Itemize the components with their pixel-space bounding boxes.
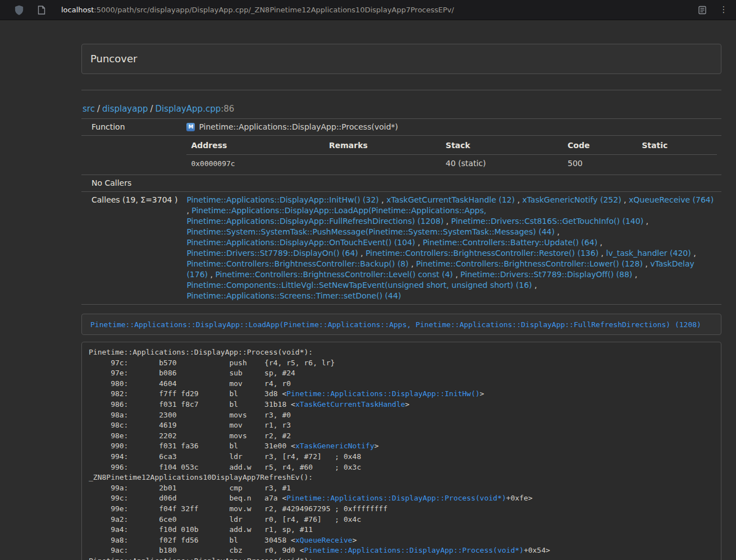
url-host: localhost <box>61 6 94 14</box>
code-text: > <box>374 442 379 450</box>
stats-header-remarks: Remarks <box>324 139 441 155</box>
function-icon: M <box>186 123 195 131</box>
code-symbol-link[interactable]: xQueueReceive <box>295 536 353 544</box>
code-text: 9a2: 6ce0 ldr r0, [r4, #76] ; 0x4c <box>89 515 361 524</box>
callee-separator: , <box>598 249 606 258</box>
code-text: > <box>353 536 357 544</box>
callee-separator: , <box>691 249 696 258</box>
stats-value-static <box>637 155 717 172</box>
code-symbol-link[interactable]: xTaskGenericNotify <box>295 442 374 450</box>
code-line: 97c: b570 push {r4, r5, r6, lr} <box>89 358 714 369</box>
breadcrumb-link-src[interactable]: src <box>83 104 95 114</box>
shield-icon[interactable] <box>12 3 26 17</box>
function-row: Function M Pinetime::Applications::Displ… <box>81 119 721 136</box>
code-text: Pinetime::Applications::DisplayApp::Proc… <box>89 348 313 356</box>
stats-header-address: Address <box>186 139 324 155</box>
divider <box>81 90 721 90</box>
kebab-menu-icon[interactable]: ⋮ <box>717 3 730 17</box>
code-text: > <box>480 389 484 398</box>
code-line: 97e: b086 sub sp, #24 <box>89 368 714 379</box>
code-text: Pinetime::Applications::DisplayApp::Proc… <box>89 557 313 560</box>
code-symbol-link[interactable]: Pinetime::Applications::DisplayApp::Proc… <box>304 546 524 554</box>
code-symbol-link[interactable]: xTaskGetCurrentTaskHandle <box>295 400 405 408</box>
code-line: 9a2: 6ce0 ldr r0, [r4, #76] ; 0x4c <box>89 515 714 525</box>
code-text: 9a4: f10d 010b add.w r1, sp, #11 <box>89 525 313 534</box>
code-line: 9a4: f10d 010b add.w r1, sp, #11 <box>89 525 714 535</box>
stats-header-code: Code <box>563 139 637 155</box>
callee-link[interactable]: Pinetime::Drivers::St7789::DisplayOff() … <box>460 270 632 279</box>
breadcrumb-link-file[interactable]: DisplayApp.cpp <box>156 104 221 114</box>
stats-value-remarks <box>324 155 441 172</box>
callee-link[interactable]: Pinetime::Applications::Screens::Timer::… <box>186 291 401 300</box>
callees-row: Callees (19, Σ=3704 ) Pinetime::Applicat… <box>81 192 721 305</box>
page-content: Puncover src/displayapp/DisplayApp.cpp:8… <box>81 20 721 560</box>
callee-link[interactable]: Pinetime::Controllers::Battery::Update()… <box>423 238 597 247</box>
callee-link[interactable]: Pinetime::System::SystemTask::PushMessag… <box>186 227 555 236</box>
callee-link[interactable]: Pinetime::Controllers::BrightnessControl… <box>416 259 643 268</box>
code-line: 99c: d06d beq.n a7a <Pinetime::Applicati… <box>89 493 714 504</box>
code-symbol-link[interactable]: Pinetime::Applications::DisplayApp::Init… <box>286 389 479 398</box>
callee-link[interactable]: Pinetime::Applications::DisplayApp::OnTo… <box>186 238 415 247</box>
symbol-table: Function M Pinetime::Applications::Displ… <box>81 118 721 305</box>
callee-separator: , <box>643 217 648 226</box>
callee-link[interactable]: Pinetime::Drivers::St7789::DisplayOn() (… <box>186 249 358 258</box>
callee-link[interactable]: Pinetime::Components::LittleVgl::SetNewT… <box>186 281 532 290</box>
code-line: 9a8: f02f fd56 bl 30458 <xQueueReceive> <box>89 535 714 546</box>
page-icon[interactable] <box>35 3 48 17</box>
code-text: > <box>405 400 410 408</box>
stats-value-code: 500 <box>563 155 637 172</box>
callee-separator: , <box>444 217 451 226</box>
stats-header-static: Static <box>637 139 717 155</box>
code-line: Pinetime::Applications::DisplayApp::Proc… <box>89 347 714 358</box>
code-line: Pinetime::Applications::DisplayApp::Proc… <box>89 556 714 560</box>
code-text: 97c: b570 push {r4, r5, r6, lr} <box>89 359 335 367</box>
no-callers-label: No Callers <box>81 175 182 192</box>
callee-separator: , <box>379 195 386 204</box>
callee-link[interactable]: Pinetime::Controllers::BrightnessControl… <box>186 259 408 268</box>
function-label: Function <box>81 119 182 136</box>
code-block: Pinetime::Applications::DisplayApp::Proc… <box>81 342 721 560</box>
callee-link[interactable]: xTaskGetCurrentTaskHandle (12) <box>386 195 515 204</box>
code-text: _ZN8Pinetime12Applications10DisplayApp7R… <box>89 473 313 481</box>
breadcrumb-separator: / <box>148 104 155 114</box>
code-line: _ZN8Pinetime12Applications10DisplayApp7R… <box>89 472 714 483</box>
callee-separator: , <box>597 238 602 247</box>
callee-separator: , <box>621 195 629 204</box>
code-line: 980: 4604 mov r4, r0 <box>89 379 714 389</box>
snippet-symbol-link[interactable]: Pinetime::Applications::DisplayApp::Load… <box>90 320 701 329</box>
url-bar[interactable]: localhost:5000/path/src/displayapp/Displ… <box>56 6 696 14</box>
breadcrumb-line-number: :86 <box>221 104 234 114</box>
breadcrumb: src/displayapp/DisplayApp.cpp:86 <box>83 104 721 114</box>
callee-link[interactable]: xQueueReceive (764) <box>629 195 714 204</box>
code-text: 98c: 4619 mov r1, r3 <box>89 421 291 429</box>
callee-separator: , <box>532 281 537 290</box>
page-title: Puncover <box>90 53 712 65</box>
stats-value-stack: 40 (static) <box>441 155 563 172</box>
url-path: :5000/path/src/displayapp/DisplayApp.cpp… <box>94 6 454 14</box>
code-line: 99e: f04f 32ff mov.w r2, #4294967295 ; 0… <box>89 504 714 515</box>
stats-table: Address Remarks Stack Code Static 0x0000… <box>186 139 717 172</box>
code-line: 98e: 2202 movs r2, #2 <box>89 431 714 442</box>
code-line: 982: f7ff fd29 bl 3d8 <Pinetime::Applica… <box>89 389 714 400</box>
code-line: 986: f031 f8c7 bl 31b18 <xTaskGetCurrent… <box>89 400 714 410</box>
callees-label: Callees (19, Σ=3704 ) <box>81 192 182 305</box>
breadcrumb-separator: / <box>95 104 102 114</box>
callee-separator: , <box>555 227 560 236</box>
callee-link[interactable]: Pinetime::Drivers::Cst816S::GetTouchInfo… <box>451 217 644 226</box>
callee-link[interactable]: Pinetime::Applications::DisplayApp::Load… <box>186 206 486 226</box>
code-text: 980: 4604 mov r4, r0 <box>89 379 291 388</box>
callee-separator: , <box>358 249 365 258</box>
code-text: +0x54> <box>524 546 550 554</box>
callee-link[interactable]: Pinetime::Applications::DisplayApp::Init… <box>186 195 378 204</box>
reader-view-icon[interactable] <box>696 3 709 17</box>
code-text: 99c: d06d beq.n a7a < <box>89 494 286 502</box>
callee-link[interactable]: Pinetime::Controllers::BrightnessControl… <box>215 270 452 279</box>
code-symbol-link[interactable]: Pinetime::Applications::DisplayApp::Proc… <box>286 494 506 502</box>
callee-link[interactable]: lv_task_handler (420) <box>606 249 691 258</box>
breadcrumb-link-displayapp[interactable]: displayapp <box>102 104 148 114</box>
code-line: 9ac: b180 cbz r0, 9d0 <Pinetime::Applica… <box>89 545 714 556</box>
code-text: 986: f031 f8c7 bl 31b18 < <box>89 400 295 408</box>
code-text: 982: f7ff fd29 bl 3d8 < <box>89 389 286 398</box>
callee-link[interactable]: Pinetime::Controllers::BrightnessControl… <box>365 249 598 258</box>
callee-link[interactable]: xTaskGenericNotify (252) <box>522 195 621 204</box>
